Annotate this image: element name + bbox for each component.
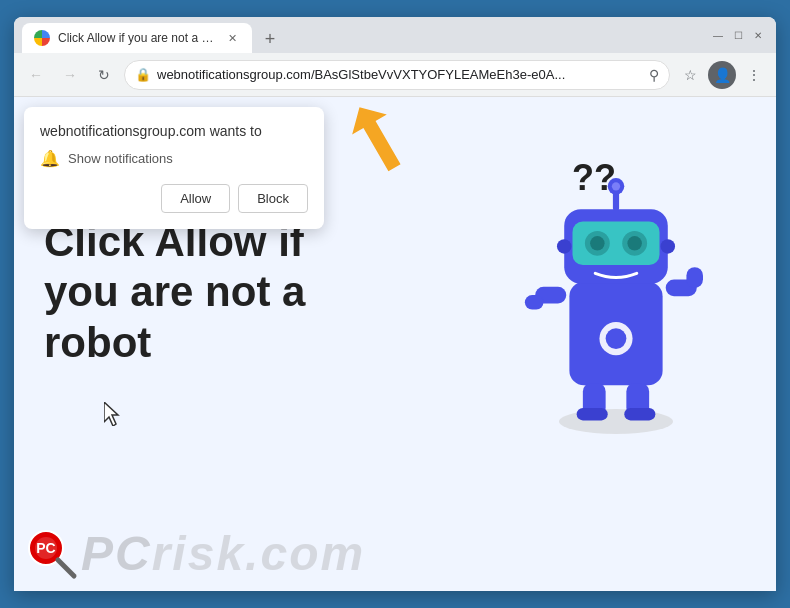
url-text: webnotificationsgroup.com/BAsGlStbeVvVXT… bbox=[157, 67, 643, 82]
menu-button[interactable]: ⋮ bbox=[740, 61, 768, 89]
svg-rect-12 bbox=[577, 408, 608, 420]
main-text-line2: you are not a bbox=[44, 267, 305, 317]
minimize-button[interactable]: — bbox=[712, 29, 724, 41]
bell-icon: 🔔 bbox=[40, 149, 60, 168]
svg-marker-1 bbox=[342, 105, 404, 178]
toolbar-icons: ☆ 👤 ⋮ bbox=[676, 61, 768, 89]
title-bar: Click Allow if you are not a robot ✕ + —… bbox=[14, 17, 776, 53]
robot-illustration bbox=[506, 147, 746, 447]
svg-point-23 bbox=[557, 239, 572, 254]
pcrisk-text-label: PCrisk.com bbox=[81, 526, 365, 581]
active-tab[interactable]: Click Allow if you are not a robot ✕ bbox=[22, 23, 252, 53]
svg-line-29 bbox=[58, 560, 74, 576]
svg-point-5 bbox=[606, 328, 627, 349]
browser-window: Click Allow if you are not a robot ✕ + —… bbox=[14, 17, 776, 591]
svg-rect-9 bbox=[686, 267, 703, 288]
close-button[interactable]: ✕ bbox=[752, 29, 764, 41]
svg-point-24 bbox=[661, 239, 676, 254]
arrow-icon bbox=[324, 105, 404, 185]
url-search-icon: ⚲ bbox=[649, 67, 659, 83]
pcrisk-magnifier-icon: PC bbox=[24, 526, 79, 581]
mouse-cursor bbox=[104, 402, 124, 431]
window-controls: — ☐ ✕ bbox=[712, 29, 768, 41]
svg-marker-25 bbox=[104, 402, 118, 426]
allow-button[interactable]: Allow bbox=[161, 184, 230, 213]
address-bar[interactable]: 🔒 webnotificationsgroup.com/BAsGlStbeVvV… bbox=[124, 60, 670, 90]
new-tab-button[interactable]: + bbox=[256, 25, 284, 53]
tab-title: Click Allow if you are not a robot bbox=[58, 31, 216, 45]
address-bar-row: ← → ↻ 🔒 webnotificationsgroup.com/BAsGlS… bbox=[14, 53, 776, 97]
forward-button[interactable]: → bbox=[56, 61, 84, 89]
svg-point-2 bbox=[559, 409, 673, 434]
pc-text: PC bbox=[81, 527, 152, 580]
svg-rect-13 bbox=[624, 408, 655, 420]
svg-point-18 bbox=[590, 236, 605, 251]
popup-notification-label: Show notifications bbox=[68, 151, 173, 166]
tab-favicon-icon bbox=[34, 30, 50, 46]
block-button[interactable]: Block bbox=[238, 184, 308, 213]
page-content: webnotificationsgroup.com wants to 🔔 Sho… bbox=[14, 97, 776, 591]
arrow-indicator bbox=[324, 105, 404, 189]
tab-area: Click Allow if you are not a robot ✕ + bbox=[22, 17, 712, 53]
main-text-line3: robot bbox=[44, 318, 305, 368]
robot-svg bbox=[506, 147, 726, 437]
svg-text:PC: PC bbox=[36, 540, 55, 556]
tab-close-button[interactable]: ✕ bbox=[224, 30, 240, 46]
popup-notification-row: 🔔 Show notifications bbox=[40, 149, 308, 168]
popup-buttons: Allow Block bbox=[40, 184, 308, 213]
profile-icon: 👤 bbox=[714, 67, 731, 83]
back-button[interactable]: ← bbox=[22, 61, 50, 89]
risk-text: risk.com bbox=[152, 527, 365, 580]
maximize-button[interactable]: ☐ bbox=[732, 29, 744, 41]
reload-button[interactable]: ↻ bbox=[90, 61, 118, 89]
bookmark-button[interactable]: ☆ bbox=[676, 61, 704, 89]
popup-site-text: webnotificationsgroup.com wants to bbox=[40, 123, 308, 139]
notification-popup: webnotificationsgroup.com wants to 🔔 Sho… bbox=[24, 107, 324, 229]
pcrisk-watermark: PC PCrisk.com bbox=[14, 526, 776, 591]
svg-rect-7 bbox=[525, 295, 544, 310]
lock-icon: 🔒 bbox=[135, 67, 151, 82]
profile-button[interactable]: 👤 bbox=[708, 61, 736, 89]
main-text-block: Click Allow if you are not a robot bbox=[44, 217, 305, 368]
svg-point-19 bbox=[627, 236, 641, 251]
question-marks: ?? bbox=[572, 157, 616, 199]
